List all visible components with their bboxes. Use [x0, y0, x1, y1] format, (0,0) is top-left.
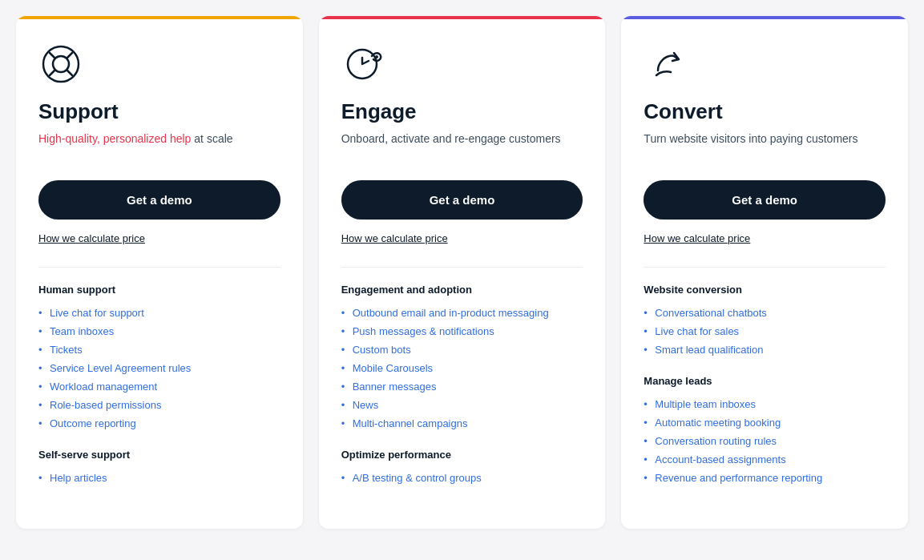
- convert-section-title-0: Website conversion: [644, 284, 886, 296]
- svg-line-4: [50, 71, 55, 76]
- list-item[interactable]: A/B testing & control groups: [341, 469, 583, 487]
- engage-demo-button[interactable]: Get a demo: [341, 180, 583, 220]
- list-item[interactable]: Outcome reporting: [38, 414, 280, 433]
- list-item[interactable]: Outbound email and in-product messaging: [341, 304, 583, 322]
- convert-section-title-1: Manage leads: [644, 375, 886, 387]
- list-item[interactable]: Tickets: [38, 340, 280, 359]
- engage-section-title-0: Engagement and adoption: [341, 284, 583, 296]
- svg-line-2: [50, 53, 55, 58]
- support-section-title-1: Self-serve support: [38, 449, 280, 461]
- list-item[interactable]: Team inboxes: [38, 322, 280, 340]
- convert-feature-list-0: Conversational chatbotsLive chat for sal…: [644, 304, 886, 359]
- svg-line-5: [67, 71, 73, 76]
- engage-feature-list-1: A/B testing & control groups: [341, 469, 583, 487]
- list-item[interactable]: Account-based assignments: [644, 450, 886, 469]
- cards-container: SupportHigh-quality, personalized help a…: [16, 16, 908, 529]
- convert-title: Convert: [644, 99, 886, 124]
- support-feature-list-0: Live chat for supportTeam inboxesTickets…: [38, 304, 280, 433]
- list-item[interactable]: Push messages & notifications: [341, 322, 583, 340]
- list-item[interactable]: Live chat for sales: [644, 322, 886, 340]
- svg-point-0: [43, 46, 79, 82]
- convert-demo-button[interactable]: Get a demo: [644, 180, 886, 220]
- list-item[interactable]: Multi-channel campaigns: [341, 414, 583, 433]
- list-item[interactable]: Banner messages: [341, 377, 583, 396]
- engage-title: Engage: [341, 99, 583, 124]
- card-support: SupportHigh-quality, personalized help a…: [16, 16, 303, 529]
- convert-description: Turn website visitors into paying custom…: [644, 132, 886, 161]
- list-item[interactable]: Automatic meeting booking: [644, 413, 886, 432]
- svg-line-3: [67, 53, 73, 58]
- engage-description: Onboard, activate and re-engage customer…: [341, 132, 583, 161]
- engage-section-title-1: Optimize performance: [341, 449, 583, 461]
- list-item[interactable]: Revenue and performance reporting: [644, 469, 886, 487]
- list-item[interactable]: Conversation routing rules: [644, 432, 886, 450]
- list-item[interactable]: Conversational chatbots: [644, 304, 886, 322]
- svg-point-7: [375, 55, 378, 58]
- support-icon: [38, 42, 83, 87]
- engage-price-link[interactable]: How we calculate price: [341, 232, 448, 244]
- list-item[interactable]: Role-based permissions: [38, 396, 280, 414]
- convert-price-link[interactable]: How we calculate price: [644, 232, 750, 244]
- support-description: High-quality, personalized help at scale: [38, 132, 280, 161]
- engage-feature-list-0: Outbound email and in-product messagingP…: [341, 304, 583, 433]
- support-divider: [38, 267, 280, 268]
- engage-icon: [341, 42, 386, 87]
- list-item[interactable]: Custom bots: [341, 340, 583, 359]
- list-item[interactable]: Service Level Agreement rules: [38, 359, 280, 377]
- list-item[interactable]: News: [341, 396, 583, 414]
- support-demo-button[interactable]: Get a demo: [38, 180, 280, 220]
- convert-feature-list-1: Multiple team inboxesAutomatic meeting b…: [644, 395, 886, 487]
- card-convert: ConvertTurn website visitors into paying…: [621, 16, 908, 529]
- support-title: Support: [38, 99, 280, 124]
- support-section-title-0: Human support: [38, 284, 280, 296]
- list-item[interactable]: Mobile Carousels: [341, 359, 583, 377]
- list-item[interactable]: Help articles: [38, 469, 280, 487]
- engage-divider: [341, 267, 583, 268]
- list-item[interactable]: Workload management: [38, 377, 280, 396]
- list-item[interactable]: Live chat for support: [38, 304, 280, 322]
- support-price-link[interactable]: How we calculate price: [38, 232, 145, 244]
- convert-icon: [644, 42, 688, 87]
- support-feature-list-1: Help articles: [38, 469, 280, 487]
- list-item[interactable]: Multiple team inboxes: [644, 395, 886, 413]
- list-item[interactable]: Smart lead qualification: [644, 340, 886, 359]
- card-engage: EngageOnboard, activate and re-engage cu…: [319, 16, 606, 529]
- convert-divider: [644, 267, 886, 268]
